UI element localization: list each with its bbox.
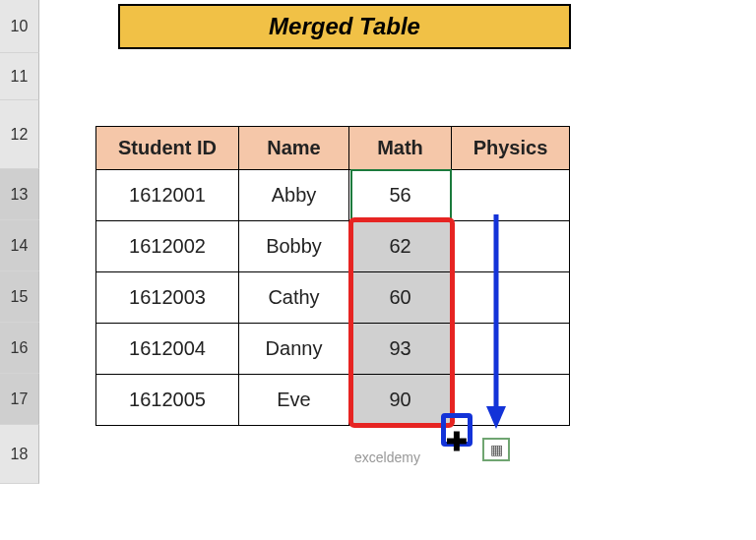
cell-physics[interactable] bbox=[452, 324, 570, 375]
autofill-options-button[interactable]: ▦ bbox=[482, 438, 510, 461]
row-header-11[interactable]: 11 bbox=[0, 53, 39, 100]
table-row: 1612001 Abby 56 bbox=[96, 170, 570, 221]
fill-handle-cursor-icon: ✚ bbox=[446, 427, 468, 457]
row-header-18[interactable]: 18 bbox=[0, 425, 39, 484]
header-math[interactable]: Math bbox=[349, 127, 452, 170]
cell-physics[interactable] bbox=[452, 221, 570, 272]
table-row: 1612005 Eve 90 bbox=[96, 375, 570, 426]
cell-math[interactable]: 93 bbox=[349, 324, 452, 375]
header-physics[interactable]: Physics bbox=[452, 127, 570, 170]
watermark: exceldemy bbox=[354, 450, 420, 465]
cell-name[interactable]: Abby bbox=[239, 170, 349, 221]
table-row: 1612004 Danny 93 bbox=[96, 324, 570, 375]
row-header-16[interactable]: 16 bbox=[0, 323, 39, 374]
cell-name[interactable]: Bobby bbox=[239, 221, 349, 272]
cell-id[interactable]: 1612004 bbox=[96, 324, 239, 375]
table-row: 1612003 Cathy 60 bbox=[96, 272, 570, 324]
table-row: 1612002 Bobby 62 bbox=[96, 221, 570, 272]
row-header-12[interactable]: 12 bbox=[0, 100, 39, 169]
page-title: Merged Table bbox=[118, 4, 571, 49]
cell-id[interactable]: 1612003 bbox=[96, 272, 239, 324]
cell-id[interactable]: 1612005 bbox=[96, 375, 239, 426]
row-header-17[interactable]: 17 bbox=[0, 374, 39, 425]
row-header-14[interactable]: 14 bbox=[0, 220, 39, 271]
row-header-10[interactable]: 10 bbox=[0, 0, 39, 53]
cell-math[interactable]: 60 bbox=[349, 272, 452, 324]
cell-name[interactable]: Cathy bbox=[239, 272, 349, 324]
cell-physics[interactable] bbox=[452, 170, 570, 221]
cell-physics[interactable] bbox=[452, 272, 570, 324]
header-student-id[interactable]: Student ID bbox=[96, 127, 239, 170]
cell-name[interactable]: Danny bbox=[239, 324, 349, 375]
cell-id[interactable]: 1612001 bbox=[96, 170, 239, 221]
row-header-13[interactable]: 13 bbox=[0, 169, 39, 220]
cell-physics[interactable] bbox=[452, 375, 570, 426]
cell-math[interactable]: 56 bbox=[349, 170, 452, 221]
cell-id[interactable]: 1612002 bbox=[96, 221, 239, 272]
row-header-column: 10 11 12 13 14 15 16 17 18 bbox=[0, 0, 39, 484]
row-header-15[interactable]: 15 bbox=[0, 271, 39, 323]
cell-math[interactable]: 62 bbox=[349, 221, 452, 272]
cell-name[interactable]: Eve bbox=[239, 375, 349, 426]
merged-table: Student ID Name Math Physics 1612001 Abb… bbox=[95, 126, 570, 426]
header-name[interactable]: Name bbox=[239, 127, 349, 170]
cell-math[interactable]: 90 bbox=[349, 375, 452, 426]
